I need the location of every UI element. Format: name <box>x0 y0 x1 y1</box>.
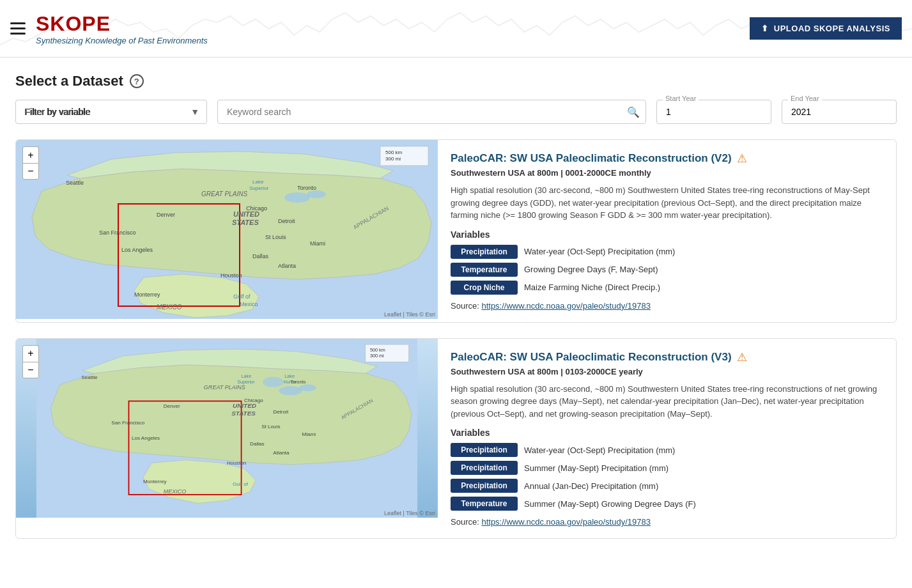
zoom-out-button-v3[interactable]: − <box>22 362 39 378</box>
svg-text:Detroit: Detroit <box>273 409 289 415</box>
dataset-info-v2: PaleoCAR: SW USA Paleoclimatic Reconstru… <box>438 140 896 322</box>
svg-text:Atlanta: Atlanta <box>273 449 290 455</box>
svg-text:UNITED: UNITED <box>233 210 259 218</box>
svg-text:St Louis: St Louis <box>265 234 286 240</box>
header: SKOPE Synthesizing Knowledge of Past Env… <box>0 0 912 58</box>
svg-text:MEXICO: MEXICO <box>157 304 182 311</box>
svg-text:Dallas: Dallas <box>250 441 265 447</box>
svg-text:Atlanta: Atlanta <box>278 263 296 269</box>
variable-desc-v2-0: Water-year (Oct-Sept) Precipitation (mm) <box>524 247 675 256</box>
svg-text:San Francisco: San Francisco <box>99 229 136 236</box>
search-icon-button[interactable]: 🔍 <box>627 106 640 118</box>
dataset-subtitle-v3: Southwestern USA at 800m | 0103-2000CE y… <box>451 367 883 376</box>
map-credit-v2: Leaflet | Tiles © Esri <box>384 311 435 318</box>
end-year-label: End Year <box>788 95 822 102</box>
start-year-label: Start Year <box>663 95 699 102</box>
variable-row-v3-3: Temperature Summer (May-Sept) Growing De… <box>451 497 883 511</box>
variable-desc-v3-2: Annual (Jan-Dec) Precipitation (mm) <box>524 481 658 491</box>
svg-text:Denver: Denver <box>164 403 180 409</box>
end-year-input[interactable] <box>782 100 897 124</box>
menu-icon[interactable] <box>10 22 26 35</box>
variable-row-v3-1: Precipitation Summer (May-Sept) Precipit… <box>451 461 883 475</box>
svg-point-30 <box>279 386 302 395</box>
variable-badge-v2-0: Precipitation <box>451 245 518 259</box>
dataset-title-v3[interactable]: PaleoCAR: SW USA Paleoclimatic Reconstru… <box>451 351 732 364</box>
variable-filter-select[interactable]: Filter by variable <box>15 100 207 124</box>
source-row-v2: Source: https://www.ncdc.noaa.gov/paleo/… <box>451 301 883 311</box>
svg-text:Toronto: Toronto <box>290 379 305 385</box>
zoom-in-button-v2[interactable]: + <box>22 146 39 163</box>
logo-subtitle: Synthesizing Knowledge of Past Environme… <box>36 36 208 45</box>
svg-text:GREAT PLAINS: GREAT PLAINS <box>204 384 245 391</box>
svg-text:Miami: Miami <box>310 240 325 247</box>
map-zoom-controls-v3: + − <box>22 345 39 378</box>
keyword-search-input[interactable] <box>217 100 646 124</box>
svg-text:Mexico: Mexico <box>240 301 258 307</box>
dataset-title-v2[interactable]: PaleoCAR: SW USA Paleoclimatic Reconstru… <box>451 152 732 165</box>
variable-badge-v3-0: Precipitation <box>451 443 518 457</box>
svg-text:STATES: STATES <box>232 219 259 226</box>
svg-text:Superior: Superior <box>249 185 269 191</box>
svg-text:St Louis: St Louis <box>261 424 280 429</box>
svg-text:Los Angeles: Los Angeles <box>121 247 153 253</box>
source-link-v2[interactable]: https://www.ncdc.noaa.gov/paleo/study/19… <box>481 301 651 311</box>
warning-icon-v3: ⚠ <box>737 350 747 364</box>
variable-row-v2-2: Crop Niche Maize Farming Niche (Direct P… <box>451 281 883 295</box>
svg-text:Lake: Lake <box>284 373 295 379</box>
variables-label-v3: Variables <box>451 428 883 438</box>
logo: SKOPE Synthesizing Knowledge of Past Env… <box>36 12 208 45</box>
zoom-in-button-v3[interactable]: + <box>22 345 39 362</box>
source-link-v3[interactable]: https://www.ncdc.noaa.gov/paleo/study/19… <box>481 517 651 527</box>
dataset-description-v2: High spatial resolution (30 arc-second, … <box>451 184 883 222</box>
dataset-card-v2: + − <box>15 139 897 323</box>
dataset-list: + − <box>15 139 897 539</box>
svg-text:Los Angeles: Los Angeles <box>132 435 160 441</box>
svg-text:MEXICO: MEXICO <box>164 488 187 495</box>
map-zoom-controls-v2: + − <box>22 146 39 180</box>
filter-row: Filter by variable ▼ Filter by variable … <box>15 100 897 124</box>
svg-point-1 <box>284 192 310 203</box>
section-title-row: Select a Dataset ? <box>15 73 897 89</box>
svg-text:Lake: Lake <box>242 373 252 379</box>
main-content: Select a Dataset ? Filter by variable ▼ … <box>0 58 912 539</box>
svg-text:Seattle: Seattle <box>66 180 84 186</box>
variable-badge-v3-1: Precipitation <box>451 461 518 475</box>
variable-desc-v3-0: Water-year (Oct-Sept) Precipitation (mm) <box>524 445 675 455</box>
dataset-map-v2: + − <box>16 140 438 319</box>
keyword-search-wrapper: 🔍 <box>217 100 646 124</box>
zoom-out-button-v2[interactable]: − <box>22 163 39 180</box>
svg-text:Gulf of: Gulf of <box>233 293 251 300</box>
source-row-v3: Source: https://www.ncdc.noaa.gov/paleo/… <box>451 517 883 527</box>
map-credit-v3: Leaflet | Tiles © Esri <box>384 510 435 516</box>
variable-badge-v2-2: Crop Niche <box>451 281 518 295</box>
map-svg-v3: Seattle San Francisco Los Angeles Denver… <box>16 339 438 518</box>
start-year-wrapper: Start Year <box>656 100 771 124</box>
source-text-v2: Source: <box>451 301 481 311</box>
svg-text:Lake: Lake <box>252 179 264 185</box>
start-year-input[interactable] <box>656 100 771 124</box>
svg-text:Houston: Houston <box>220 272 242 279</box>
svg-text:GREAT PLAINS: GREAT PLAINS <box>201 190 247 197</box>
svg-text:Toronto: Toronto <box>297 185 316 191</box>
svg-text:500 km: 500 km <box>385 150 403 155</box>
svg-point-32 <box>263 376 284 387</box>
variable-desc-v3-3: Summer (May-Sept) Growing Degree Days (F… <box>524 499 696 509</box>
help-icon[interactable]: ? <box>130 74 144 88</box>
svg-point-31 <box>299 384 316 391</box>
map-svg-v2: San Francisco Los Angeles Denver Chicago… <box>16 140 438 319</box>
svg-text:Detroit: Detroit <box>278 218 295 224</box>
end-year-wrapper: End Year <box>782 100 897 124</box>
svg-text:300 mi: 300 mi <box>385 156 401 162</box>
source-text-v3: Source: <box>451 517 481 527</box>
dataset-card-v3: + − Seattle San Francisco <box>15 338 897 539</box>
svg-point-2 <box>307 190 326 198</box>
svg-text:Miami: Miami <box>302 431 316 437</box>
variables-label-v2: Variables <box>451 229 883 240</box>
upload-button-label: UPLOAD SKOPE ANALYSIS <box>774 24 890 33</box>
upload-button[interactable]: ⬆ UPLOAD SKOPE ANALYSIS <box>750 17 902 40</box>
variable-desc-v2-2: Maize Farming Niche (Direct Precip.) <box>524 282 660 292</box>
svg-text:Seattle: Seattle <box>81 375 98 380</box>
variable-desc-v3-1: Summer (May-Sept) Precipitation (mm) <box>524 463 669 473</box>
dataset-title-row-v2: PaleoCAR: SW USA Paleoclimatic Reconstru… <box>451 151 883 166</box>
upload-icon: ⬆ <box>761 24 769 33</box>
